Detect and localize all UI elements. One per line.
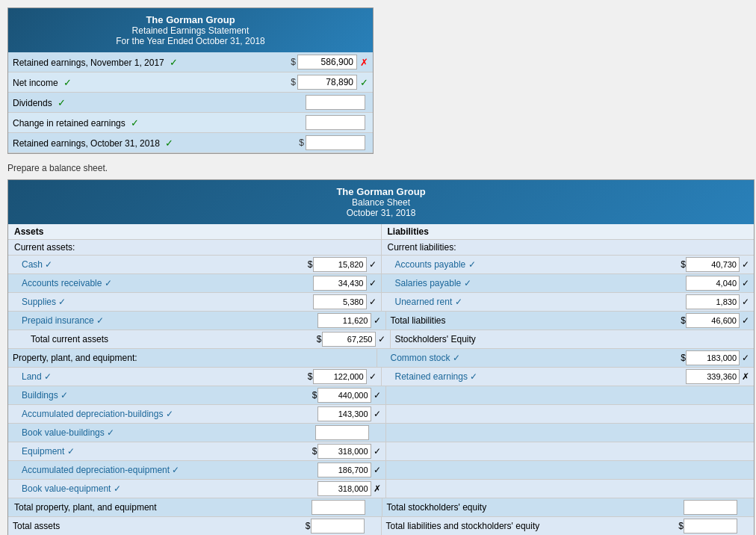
pi-check2: ✓ xyxy=(374,315,381,326)
re-bs-check2: ✗ xyxy=(742,371,749,382)
re-row-5: Retained earnings, October 31, 2018 ✓ $ xyxy=(8,133,373,153)
pi-cell: Prepaid insurance ✓ 11,620 ✓ xyxy=(8,312,386,330)
bs-row-cash-ap: Cash ✓ $ 15,820 ✓ Accounts payable ✓ $ 4… xyxy=(8,256,754,274)
cs-cell: Common stock ✓ $ 183,000 ✓ xyxy=(377,349,755,367)
ap-check2: ✓ xyxy=(742,259,749,270)
buildings-label: Buildings ✓ xyxy=(22,390,312,401)
re-input-4[interactable] xyxy=(306,115,365,130)
supplies-check: ✓ xyxy=(58,297,66,307)
ar-check: ✓ xyxy=(105,278,112,288)
equipment-value: 318,000 xyxy=(317,444,371,459)
equipment-right-empty xyxy=(386,442,755,460)
bs-row-accum-equipment: Accumulated depreciation-equipment ✓ 186… xyxy=(8,461,754,480)
liabilities-header: Liabilities xyxy=(382,224,755,239)
re-row-4: Change in retained earnings ✓ xyxy=(8,113,373,133)
total-liab-check: ✓ xyxy=(742,315,749,326)
ur-check2: ✓ xyxy=(742,297,749,307)
bs-header: The Gorman Group Balance Sheet October 3… xyxy=(8,180,754,224)
tppe-cell: Total property, plant, and equipment xyxy=(8,498,382,516)
ta-cell: Total assets $ xyxy=(8,517,382,535)
equipment-label: Equipment ✓ xyxy=(22,446,312,457)
bv-buildings-right-empty xyxy=(386,424,755,442)
current-assets-subheader: Current assets: xyxy=(8,240,382,255)
equity-header-label: Stockholders' Equity xyxy=(395,334,476,344)
bv-equipment-cell: Book value-equipment ✓ 318,000 ✗ xyxy=(8,480,386,498)
supplies-label: Supplies ✓ xyxy=(22,297,313,307)
pi-check: ✓ xyxy=(96,315,104,326)
accum-buildings-value: 143,300 xyxy=(317,406,371,421)
re-company: The Gorman Group xyxy=(11,14,370,25)
cs-check: ✓ xyxy=(453,353,460,363)
re-input-3[interactable] xyxy=(306,95,365,110)
accum-buildings-cell: Accumulated depreciation-buildings ✓ 143… xyxy=(8,405,386,423)
re-label-4: Change in retained earnings ✓ xyxy=(13,117,306,129)
sp-value: 4,040 xyxy=(686,276,740,291)
sp-check2: ✓ xyxy=(742,278,749,288)
re-input-5[interactable] xyxy=(306,135,365,150)
re-check2-1: ✗ xyxy=(360,57,368,68)
total-liab-value: 46,600 xyxy=(686,313,740,328)
bv-equipment-label: Book value-equipment ✓ xyxy=(22,483,317,494)
re-dollar-2: $ xyxy=(291,77,296,87)
accum-equipment-check2: ✓ xyxy=(374,465,381,475)
tca-cell: Total current assets $ 67,250 ✓ xyxy=(8,330,391,348)
supplies-value: 5,380 xyxy=(313,294,367,309)
cs-check2: ✓ xyxy=(742,353,749,363)
buildings-check: ✓ xyxy=(61,390,68,401)
tlse-cell: Total liabilities and stockholders' equi… xyxy=(382,517,755,535)
bs-row-equipment: Equipment ✓ $ 318,000 ✓ xyxy=(8,442,754,461)
balance-sheet: The Gorman Group Balance Sheet October 3… xyxy=(7,179,755,535)
re-label-5: Retained earnings, October 31, 2018 ✓ xyxy=(13,137,299,149)
tse-cell: Total stockholders' equity xyxy=(382,498,755,516)
bv-buildings-input[interactable] xyxy=(315,425,369,440)
ur-cell: Unearned rent ✓ 1,830 ✓ xyxy=(382,293,755,311)
tlse-input[interactable] xyxy=(684,519,737,534)
tca-dollar: $ xyxy=(317,334,322,344)
tca-value: 67,250 xyxy=(322,332,376,347)
total-liab-cell: Total liabilities $ 46,600 ✓ xyxy=(386,312,755,330)
cash-dollar: $ xyxy=(308,259,313,270)
re-bs-check: ✓ xyxy=(470,371,477,382)
re-dollar-5: $ xyxy=(299,137,304,148)
tse-input[interactable] xyxy=(684,500,737,515)
buildings-right-empty xyxy=(386,386,755,404)
bs-row-tca-equity: Total current assets $ 67,250 ✓ Stockhol… xyxy=(8,330,754,349)
land-label: Land ✓ xyxy=(22,371,308,382)
ta-input[interactable] xyxy=(311,519,365,534)
ta-label: Total assets xyxy=(13,521,306,531)
accum-equipment-label: Accumulated depreciation-equipment ✓ xyxy=(22,465,317,475)
re-row-3: Dividends ✓ xyxy=(8,93,373,113)
tlse-dollar: $ xyxy=(678,521,684,531)
bs-row-ppe-cs: Property, plant, and equipment: Common s… xyxy=(8,349,754,368)
bv-buildings-label: Book value-buildings ✓ xyxy=(22,427,315,438)
cs-value: 183,000 xyxy=(686,350,740,365)
buildings-cell: Buildings ✓ $ 440,000 ✓ xyxy=(8,386,386,404)
cash-value: 15,820 xyxy=(313,257,367,272)
sp-cell: Salaries payable ✓ 4,040 ✓ xyxy=(382,274,755,292)
tlse-label: Total liabilities and stockholders' equi… xyxy=(386,521,679,531)
re-period: For the Year Ended October 31, 2018 xyxy=(11,36,370,46)
re-row-1: Retained earnings, November 1, 2017 ✓ $ … xyxy=(8,52,373,72)
sp-label: Salaries payable ✓ xyxy=(395,278,687,288)
tppe-label: Total property, plant, and equipment xyxy=(14,502,312,513)
buildings-check2: ✓ xyxy=(374,390,381,401)
retained-earnings-section: The Gorman Group Retained Earnings State… xyxy=(7,7,374,154)
pi-label: Prepaid insurance ✓ xyxy=(22,315,317,326)
tse-label: Total stockholders' equity xyxy=(387,502,684,513)
land-value: 122,000 xyxy=(313,369,367,384)
tppe-input[interactable] xyxy=(312,500,365,515)
accum-buildings-label: Accumulated depreciation-buildings ✓ xyxy=(22,409,317,419)
prepare-text: Prepare a balance sheet. xyxy=(7,163,749,173)
bs-row-ta-tlse: Total assets $ Total liabilities and sto… xyxy=(8,517,754,535)
ppe-header-cell: Property, plant, and equipment: xyxy=(8,349,377,367)
land-cell: Land ✓ $ 122,000 ✓ xyxy=(8,368,382,386)
re-label-2: Net income ✓ xyxy=(13,77,291,88)
land-dollar: $ xyxy=(308,371,313,382)
re-row-2: Net income ✓ $ 78,890 ✓ xyxy=(8,72,373,93)
assets-header: Assets xyxy=(8,224,382,239)
land-check: ✓ xyxy=(44,371,52,382)
bs-row-tppe-tse: Total property, plant, and equipment Tot… xyxy=(8,498,754,517)
re-check1-2: ✓ xyxy=(63,77,72,88)
bs-date: October 31, 2018 xyxy=(11,208,751,218)
re-header: The Gorman Group Retained Earnings State… xyxy=(8,8,373,52)
